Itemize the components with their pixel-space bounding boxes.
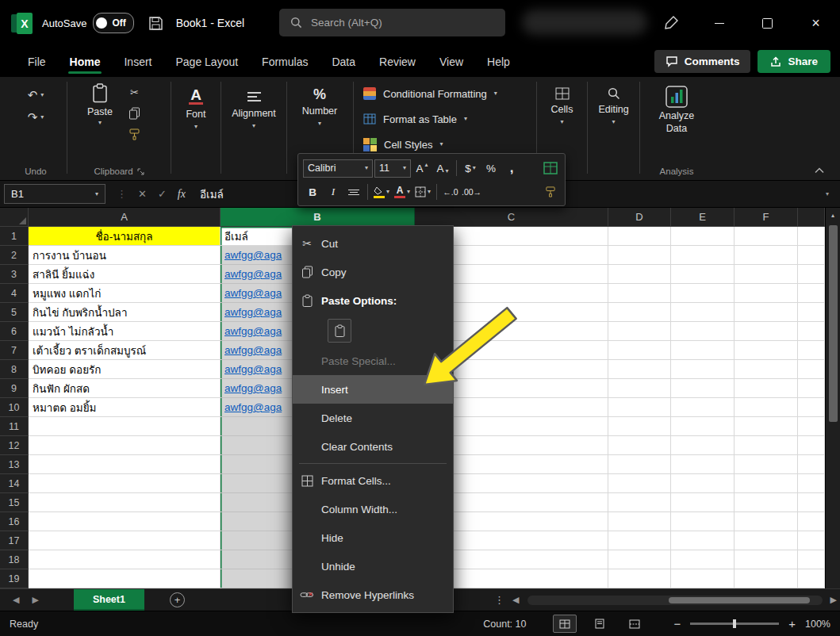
cell-partial-3[interactable] xyxy=(798,265,825,284)
column-header-E[interactable]: E xyxy=(671,208,735,227)
page-break-view-button[interactable] xyxy=(623,615,646,633)
scroll-up-icon[interactable]: ▴ xyxy=(831,213,834,219)
cell-A1[interactable]: ชื่อ-นามสกุล xyxy=(29,227,221,246)
cell-E16[interactable] xyxy=(671,512,735,531)
font-name-select[interactable]: Calibri▾ xyxy=(303,159,373,178)
cell-F5[interactable] xyxy=(735,303,798,322)
email-link[interactable]: awfgg@aga xyxy=(224,401,282,413)
cell-F8[interactable] xyxy=(735,360,798,379)
zoom-in-button[interactable]: + xyxy=(788,617,796,630)
cell-partial-4[interactable] xyxy=(798,284,825,303)
cell-A19[interactable] xyxy=(29,569,221,588)
search-box[interactable]: Search (Alt+Q) xyxy=(279,9,505,36)
cell-A8[interactable]: บิทคอย ดอยรัก xyxy=(29,360,221,379)
cell-A2[interactable]: การงาน บ้านอน xyxy=(29,246,221,265)
cell-partial-10[interactable] xyxy=(798,398,825,417)
horizontal-scroll-thumb[interactable] xyxy=(669,597,810,603)
row-header-17[interactable]: 17 xyxy=(0,531,29,550)
cell-A14[interactable] xyxy=(29,474,221,493)
scroll-right-icon[interactable]: ▶ xyxy=(830,595,837,605)
email-link[interactable]: awfgg@aga xyxy=(224,344,282,356)
cell-F17[interactable] xyxy=(735,531,798,550)
row-header-10[interactable]: 10 xyxy=(0,398,29,417)
cell-E8[interactable] xyxy=(671,360,735,379)
menu-item-clear-contents[interactable]: Clear Contents xyxy=(293,432,453,461)
cell-E6[interactable] xyxy=(671,322,735,341)
align-center-button[interactable] xyxy=(344,182,363,201)
borders-button[interactable]: ▾ xyxy=(413,182,432,201)
row-header-15[interactable]: 15 xyxy=(0,493,29,512)
cell-F6[interactable] xyxy=(735,322,798,341)
cell-A6[interactable]: แมวน้า ไม่กลัวน้ำ xyxy=(29,322,221,341)
analyze-data-button[interactable]: Analyze Data xyxy=(640,77,713,180)
insert-function-icon[interactable]: fx xyxy=(178,188,186,201)
column-header-C[interactable]: C xyxy=(415,208,608,227)
cell-A10[interactable]: หมาตด อมยิ้ม xyxy=(29,398,221,417)
cell-D2[interactable] xyxy=(608,246,671,265)
row-header-6[interactable]: 6 xyxy=(0,322,29,341)
select-all-corner[interactable] xyxy=(0,208,29,227)
autosave-toggle[interactable]: Off xyxy=(93,13,133,33)
cell-A3[interactable]: สาลินี ยิ้มแฉ่ง xyxy=(29,265,221,284)
close-button[interactable]: × xyxy=(792,0,840,46)
cell-D10[interactable] xyxy=(608,398,671,417)
cell-partial-19[interactable] xyxy=(798,569,825,588)
cell-D12[interactable] xyxy=(608,436,671,455)
vertical-scrollbar[interactable]: ▴ xyxy=(825,208,840,588)
format-painter-mini-button[interactable] xyxy=(541,182,560,201)
cell-E7[interactable] xyxy=(671,341,735,360)
tab-help[interactable]: Help xyxy=(475,46,522,77)
cell-A12[interactable] xyxy=(29,436,221,455)
cut-button[interactable]: ✂ xyxy=(130,86,139,98)
cell-E19[interactable] xyxy=(671,569,735,588)
cell-D9[interactable] xyxy=(608,379,671,398)
row-header-19[interactable]: 19 xyxy=(0,569,29,588)
format-painter-button[interactable] xyxy=(128,128,140,140)
cell-F15[interactable] xyxy=(735,493,798,512)
horizontal-scrollbar[interactable] xyxy=(527,596,823,605)
font-color-button[interactable]: A▾ xyxy=(393,182,412,201)
cell-D19[interactable] xyxy=(608,569,671,588)
row-header-12[interactable]: 12 xyxy=(0,436,29,455)
row-header-16[interactable]: 16 xyxy=(0,512,29,531)
normal-view-button[interactable] xyxy=(553,615,577,633)
cell-E12[interactable] xyxy=(671,436,735,455)
cell-F13[interactable] xyxy=(735,455,798,474)
cell-F16[interactable] xyxy=(735,512,798,531)
menu-item-remove-hyperlinks[interactable]: ✕Remove Hyperlinks xyxy=(293,580,453,609)
column-header-F[interactable]: F xyxy=(735,208,798,227)
more-options-icon[interactable]: ⋮ xyxy=(494,594,504,606)
bold-button[interactable]: B xyxy=(303,182,322,201)
cell-F2[interactable] xyxy=(735,246,798,265)
email-link[interactable]: awfgg@aga xyxy=(224,268,282,280)
prev-sheet-icon[interactable]: ◀ xyxy=(13,595,19,605)
ink-pen-icon[interactable] xyxy=(663,14,681,32)
menu-item-format-cells[interactable]: Format Cells... xyxy=(293,466,453,495)
cell-D4[interactable] xyxy=(608,284,671,303)
zoom-slider[interactable] xyxy=(690,623,779,625)
cell-partial-13[interactable] xyxy=(798,455,825,474)
row-header-9[interactable]: 9 xyxy=(0,379,29,398)
cell-partial-15[interactable] xyxy=(798,493,825,512)
cancel-icon[interactable]: ✕ xyxy=(138,188,147,200)
zoom-level[interactable]: 100% xyxy=(805,619,830,630)
cell-E3[interactable] xyxy=(671,265,735,284)
cell-partial-8[interactable] xyxy=(798,360,825,379)
cell-A18[interactable] xyxy=(29,550,221,569)
cell-E15[interactable] xyxy=(671,493,735,512)
column-header-A[interactable]: A xyxy=(29,208,221,227)
cell-F18[interactable] xyxy=(735,550,798,569)
font-size-select[interactable]: 11▾ xyxy=(374,159,411,178)
row-header-8[interactable]: 8 xyxy=(0,360,29,379)
cell-E17[interactable] xyxy=(671,531,735,550)
cell-A15[interactable] xyxy=(29,493,221,512)
cell-F11[interactable] xyxy=(735,417,798,436)
format-as-table-button[interactable]: Format as Table ▾ xyxy=(354,106,536,132)
cell-A16[interactable] xyxy=(29,512,221,531)
conditional-formatting-button[interactable]: Conditional Formatting ▾ xyxy=(354,81,536,106)
cell-F14[interactable] xyxy=(735,474,798,493)
menu-item-unhide[interactable]: Unhide xyxy=(293,552,453,580)
menu-item-cut[interactable]: ✂Cut xyxy=(293,229,453,258)
maximize-button[interactable] xyxy=(743,0,792,46)
cell-E4[interactable] xyxy=(671,284,735,303)
